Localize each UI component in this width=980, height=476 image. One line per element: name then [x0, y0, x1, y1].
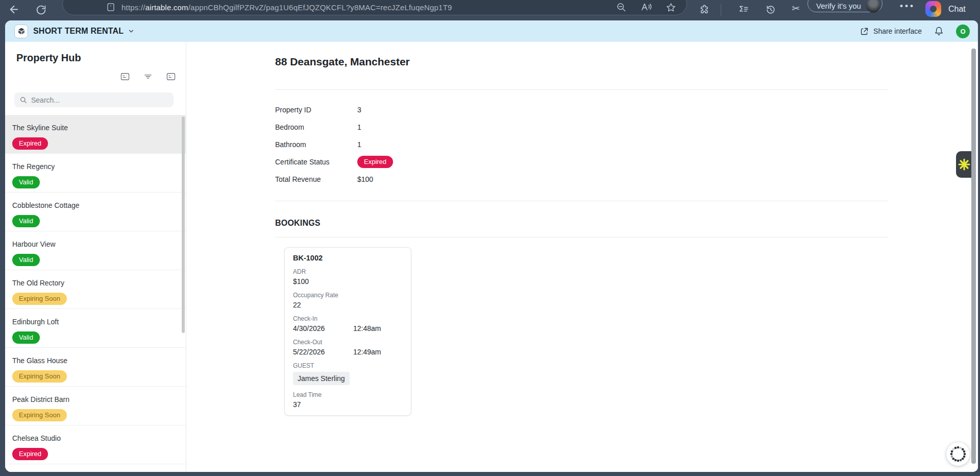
verify-avatar: [866, 0, 880, 13]
share-icon: [860, 27, 869, 36]
verify-label: Verify it's you: [816, 2, 861, 10]
search-box[interactable]: [14, 92, 174, 107]
share-interface-label: Share interface: [873, 27, 922, 35]
property-name: Chelsea Studio: [12, 434, 186, 442]
booking-date: 5/22/2026: [293, 348, 353, 356]
booking-fields: ADR$100Occupancy Rate22Check-In4/30/2026…: [293, 268, 403, 409]
extensions-icon[interactable]: [699, 4, 710, 15]
browser-toolbar: https://airtable.com/appnCBhQgilfPZRvZ/p…: [0, 0, 980, 20]
notifications-bell-icon[interactable]: [934, 26, 944, 36]
booking-field-label: GUEST: [293, 362, 403, 369]
booking-time: 12:49am: [353, 348, 381, 356]
field-label: Property ID: [275, 106, 357, 114]
page-body: Property Hub The Skyline SuiteExpiredThe: [5, 42, 978, 472]
list-item[interactable]: Peak District BarnExpiring Soon: [5, 387, 186, 425]
app-title: SHORT TERM RENTAL: [33, 27, 124, 36]
list-item[interactable]: Edinburgh LoftValid: [5, 309, 186, 348]
status-badge: Expired: [357, 156, 393, 168]
chat-button[interactable]: Chat: [948, 5, 966, 14]
page-info-icon[interactable]: [107, 3, 115, 12]
app-logo[interactable]: [14, 25, 28, 38]
booking-field-label: Lead Time: [293, 391, 403, 398]
back-icon[interactable]: [8, 4, 20, 15]
filter-icon[interactable]: [143, 73, 153, 81]
browser-menu-icon[interactable]: •••: [900, 1, 915, 11]
field-value: 3: [357, 106, 361, 114]
sidebar: Property Hub The Skyline SuiteExpiredThe: [5, 42, 186, 472]
list-item[interactable]: Harbour ViewValid: [5, 231, 186, 270]
booking-field-value: $100: [293, 277, 403, 285]
share-interface-button[interactable]: Share interface: [860, 27, 922, 36]
collections-icon[interactable]: [738, 4, 749, 15]
property-name: Peak District Barn: [12, 395, 186, 403]
status-badge: Expiring Soon: [12, 293, 67, 305]
booking-field-label: Check-In: [293, 315, 403, 322]
url-scheme: https://: [121, 3, 145, 12]
read-aloud-icon[interactable]: [641, 2, 652, 12]
refresh-icon[interactable]: [36, 5, 46, 15]
status-badge: Valid: [12, 215, 40, 227]
list-item[interactable]: The RegencyValid: [5, 154, 186, 193]
list-item[interactable]: Chelsea StudioExpired: [5, 425, 186, 464]
status-badge: Expired: [12, 137, 48, 150]
booking-guest: James Sterling: [293, 369, 403, 385]
address-bar-actions: [616, 2, 676, 13]
booking-card[interactable]: BK-1002 ADR$100Occupancy Rate22Check-In4…: [284, 247, 411, 416]
user-avatar[interactable]: O: [956, 25, 970, 38]
divider: [275, 201, 888, 201]
sidebar-tools: [120, 73, 176, 81]
web-capture-scissors-icon[interactable]: ✂: [792, 3, 800, 14]
copilot-icon-hole: [930, 6, 937, 12]
history-icon[interactable]: [765, 4, 776, 15]
field-label: Certificate Status: [275, 158, 357, 166]
address-bar[interactable]: https://airtable.com/appnCBhQgilfPZRvZ/p…: [62, 0, 687, 15]
page-scrollbar[interactable]: [971, 49, 976, 464]
favorite-star-icon[interactable]: [666, 2, 676, 13]
list-item[interactable]: Cobblestone CottageValid: [5, 193, 186, 231]
chevron-down-icon[interactable]: [128, 28, 135, 35]
field-row: Property ID3: [275, 101, 393, 118]
field-row: Certificate StatusExpired: [275, 153, 393, 171]
divider: [275, 89, 888, 90]
app-header-actions: Share interface O: [860, 25, 970, 38]
status-badge: Valid: [12, 331, 40, 344]
view-settings-icon[interactable]: [166, 73, 176, 81]
list-item[interactable]: The Old RectoryExpiring Soon: [5, 270, 186, 309]
guest-tag[interactable]: James Sterling: [293, 372, 350, 385]
divider: [275, 237, 888, 237]
booking-field-value: 37: [293, 400, 403, 409]
property-name: The Old Rectory: [12, 279, 186, 287]
url-domain: airtable.com: [145, 3, 188, 12]
zoom-out-icon[interactable]: [616, 2, 627, 13]
booking-date: 4/30/2026: [293, 324, 353, 332]
property-name: Harbour View: [12, 240, 186, 248]
record-fields: Property ID3Bedroom1Bathroom1Certificate…: [275, 101, 393, 188]
url-text[interactable]: https://airtable.com/appnCBhQgilfPZRvZ/p…: [121, 3, 609, 12]
status-badge: Valid: [12, 176, 40, 188]
search-icon: [19, 96, 27, 104]
field-value: 1: [357, 140, 361, 149]
search-input[interactable]: [31, 96, 168, 104]
property-name: Cobblestone Cottage: [12, 201, 186, 209]
property-name: The Skyline Suite: [12, 124, 186, 132]
copilot-icon[interactable]: [925, 1, 941, 17]
extension-flyout-tab[interactable]: [956, 151, 972, 178]
app-header: SHORT TERM RENTAL Share interface O: [5, 20, 978, 42]
field-label: Bathroom: [275, 140, 357, 149]
booking-id: BK-1002: [293, 254, 403, 262]
list-item[interactable]: The Skyline SuiteExpired: [5, 115, 186, 154]
booking-field-value: 5/22/202612:49am: [293, 348, 403, 356]
status-badge: Valid: [12, 254, 40, 266]
sidebar-scrollbar[interactable]: [182, 116, 185, 333]
verify-button[interactable]: Verify it's you: [807, 0, 883, 12]
booking-field-label: Check-Out: [293, 339, 403, 346]
toolbar-divider: [721, 4, 721, 16]
field-row: Bathroom1: [275, 136, 393, 153]
card-layout-icon[interactable]: [120, 73, 130, 81]
list-item[interactable]: The Glass HouseExpiring Soon: [5, 348, 186, 387]
field-row: Total Revenue$100: [275, 171, 393, 188]
browser-content: SHORT TERM RENTAL Share interface O Prop…: [5, 20, 978, 472]
status-badge: Expired: [12, 448, 48, 460]
property-list: The Skyline SuiteExpiredThe RegencyValid…: [5, 115, 186, 472]
field-value: $100: [357, 175, 373, 183]
